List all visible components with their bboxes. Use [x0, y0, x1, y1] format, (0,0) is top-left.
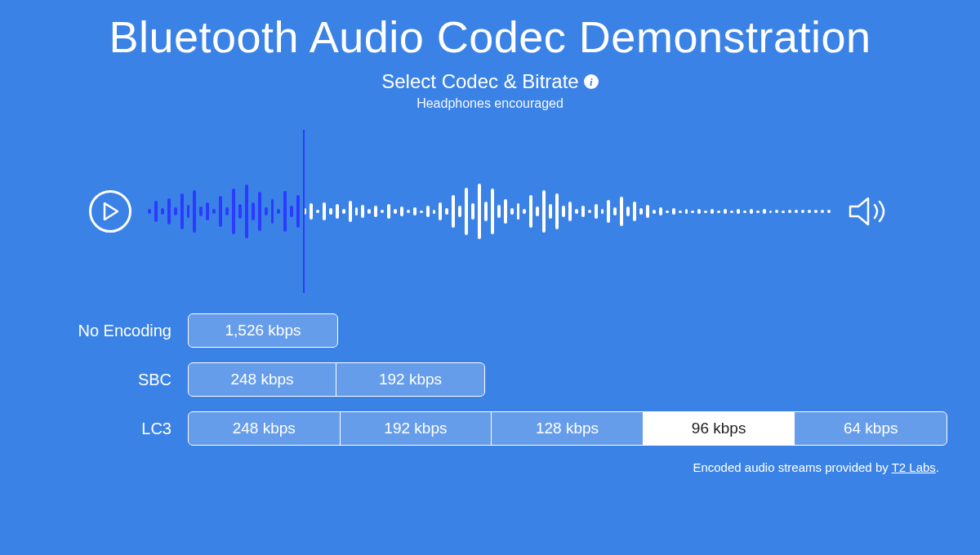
waveform-bar [161, 208, 164, 215]
waveform-bar [252, 202, 255, 220]
codec-row: LC3248 kbps192 kbps128 kbps96 kbps64 kbp… [33, 411, 947, 446]
waveform-bar [329, 208, 332, 215]
codec-row-label: SBC [33, 362, 188, 397]
waveform-bar [374, 206, 377, 217]
volume-icon[interactable] [847, 193, 891, 229]
waveform-bar [258, 192, 261, 231]
waveform-bar [588, 210, 591, 213]
waveform-bar [478, 184, 481, 239]
waveform-bar [646, 205, 649, 218]
waveform-bar [206, 202, 209, 220]
waveform[interactable] [146, 130, 832, 293]
waveform-bar [310, 203, 313, 220]
waveform-bar [342, 209, 345, 214]
waveform-bar [167, 198, 171, 224]
waveform-bar [555, 193, 559, 229]
waveform-bar [685, 209, 688, 214]
waveform-bar [581, 206, 585, 217]
waveform-bar [607, 200, 610, 223]
waveform-bar [666, 211, 669, 213]
waveform-bar [575, 209, 578, 214]
waveform-bar [484, 202, 488, 221]
waveform-bar [387, 204, 390, 219]
waveform-bar [232, 189, 235, 234]
bitrate-option[interactable]: 248 kbps [189, 363, 336, 396]
waveform-bar [763, 209, 766, 214]
info-icon[interactable]: i [584, 74, 599, 89]
waveform-bar [271, 199, 274, 224]
waveform-bar [724, 209, 727, 214]
waveform-bar [296, 195, 300, 228]
waveform-bar [458, 206, 461, 217]
waveform-bar [245, 184, 248, 238]
svg-marker-0 [105, 203, 118, 220]
waveform-bar [277, 209, 280, 214]
waveform-bar [491, 189, 494, 234]
bitrate-option[interactable]: 192 kbps [341, 412, 492, 445]
waveform-bar [381, 210, 384, 213]
waveform-bar [504, 199, 507, 224]
waveform-bar [180, 193, 184, 229]
waveform-bar [549, 204, 552, 219]
waveform-bar [238, 204, 242, 219]
waveform-bar [775, 210, 778, 213]
waveform-bar [620, 197, 623, 226]
subtitle-note: Headphones encouraged [416, 96, 564, 111]
waveform-bar [730, 211, 733, 213]
attribution-footer: Encoded audio streams provided by T2 Lab… [693, 460, 947, 474]
waveform-bar [510, 208, 514, 215]
bitrate-option[interactable]: 1,526 kbps [189, 314, 337, 347]
waveform-bar [290, 206, 293, 217]
play-button[interactable] [89, 190, 131, 233]
waveform-bar [710, 209, 714, 214]
bitrate-option[interactable]: 96 kbps [644, 412, 795, 445]
waveform-bar [225, 207, 229, 215]
waveform-bar [788, 210, 791, 213]
waveform-bar [704, 211, 707, 213]
waveform-bar [653, 210, 656, 214]
waveform-bar [445, 208, 448, 215]
codec-row: SBC248 kbps192 kbps [33, 362, 947, 397]
waveform-bar [355, 207, 359, 215]
waveform-bar [407, 210, 410, 213]
waveform-bar [601, 209, 604, 214]
waveform-bar [471, 203, 474, 220]
waveform-bar [212, 209, 216, 214]
waveform-bar [769, 211, 773, 213]
waveform-bar [433, 210, 436, 214]
waveform-bar [756, 211, 760, 213]
waveform-bar [154, 201, 158, 222]
waveform-bar [413, 207, 416, 215]
waveform-bar [174, 207, 177, 215]
waveform-bar [219, 196, 222, 227]
waveform-bar [626, 206, 630, 216]
waveform-bar [691, 211, 694, 213]
footer-link[interactable]: T2 Labs [892, 460, 936, 474]
waveform-bar [595, 204, 598, 219]
codec-row: No Encoding1,526 kbps [33, 313, 947, 348]
waveform-bar [782, 211, 785, 213]
subtitle-row: Select Codec & Bitrate i [381, 70, 598, 93]
bitrate-option[interactable]: 248 kbps [189, 412, 341, 445]
playhead-cursor[interactable] [303, 130, 305, 293]
waveform-bar [821, 210, 824, 213]
waveform-bar [394, 209, 397, 214]
waveform-bar [439, 202, 442, 220]
bitrate-option[interactable]: 192 kbps [336, 363, 484, 396]
waveform-bar [750, 209, 753, 214]
waveform-bar [517, 203, 520, 220]
waveform-bar [187, 205, 190, 218]
waveform-bar [536, 206, 539, 216]
bitrate-option[interactable]: 128 kbps [492, 412, 644, 445]
waveform-bar [452, 195, 455, 228]
waveform-bar [368, 209, 371, 214]
footer-prefix: Encoded audio streams provided by [693, 460, 891, 474]
waveform-bar [426, 206, 430, 217]
audio-player [33, 118, 947, 305]
waveform-bar [193, 190, 196, 233]
codec-row-label: No Encoding [33, 313, 188, 348]
bitrate-option[interactable]: 64 kbps [795, 412, 947, 445]
footer-suffix: . [936, 460, 939, 474]
waveform-bar [148, 209, 151, 214]
waveform-bar [613, 207, 617, 215]
